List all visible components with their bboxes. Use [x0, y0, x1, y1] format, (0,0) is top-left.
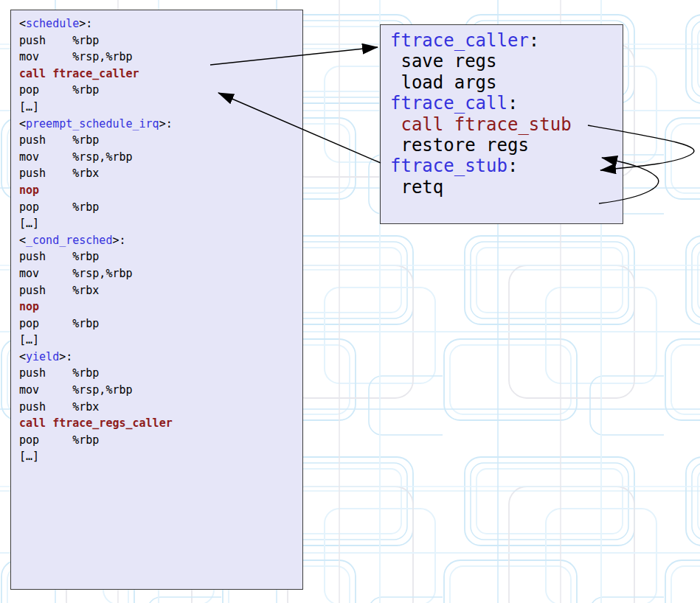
code-line: push %rbp [19, 248, 302, 265]
code-label: _cond_resched [26, 234, 112, 247]
code-label: ftrace_caller [390, 30, 529, 51]
trampoline-code: ftrace_caller: save regs load argsftrace… [390, 30, 623, 198]
code-text: pop %rbp [19, 83, 99, 97]
code-line: pop %rbp [19, 316, 302, 332]
disassembly-box: <schedule>:push %rbpmov %rsp,%rbpcall ft… [10, 10, 303, 590]
code-line: push %rbp [19, 132, 302, 149]
code-text: : [529, 30, 539, 51]
code-line: <_cond_resched>: [19, 232, 302, 249]
code-line: retq [390, 177, 623, 198]
code-text: pop %rbp [19, 317, 99, 330]
code-text: mov %rsp,%rbp [19, 383, 133, 397]
code-highlight: call ftrace_regs_caller [19, 416, 173, 430]
code-label: preempt_schedule_irq [26, 117, 159, 130]
code-line: <schedule>: [19, 15, 302, 32]
code-text: : [507, 93, 518, 114]
code-label: ftrace_stub [390, 156, 507, 176]
code-line: nop [19, 299, 302, 316]
code-line: […] [19, 215, 302, 232]
code-text: >: [79, 17, 92, 30]
code-text: […] [19, 217, 39, 230]
code-line: push %rbx [19, 399, 302, 416]
code-highlight: nop [19, 300, 39, 313]
code-text: push %rbp [19, 250, 99, 263]
code-line: pop %rbp [19, 82, 302, 99]
code-line: mov %rsp,%rbp [19, 382, 302, 399]
code-line: call ftrace_caller [19, 66, 302, 83]
code-line: push %rbp [19, 32, 302, 49]
code-line: ftrace_call: [390, 93, 623, 114]
code-line: push %rbx [19, 282, 302, 299]
code-text: push %rbp [19, 34, 99, 47]
code-line: save regs [390, 51, 623, 72]
code-text: pop %rbp [19, 201, 99, 214]
code-text: >: [59, 350, 72, 363]
code-line: call ftrace_stub [390, 114, 623, 135]
code-line: ftrace_stub: [390, 156, 623, 176]
code-text: […] [19, 100, 39, 114]
code-line: ftrace_caller: [390, 30, 623, 51]
code-text: save regs [390, 51, 497, 72]
code-line: <preempt_schedule_irq>: [19, 116, 302, 133]
code-line: <yield>: [19, 349, 302, 366]
code-text: […] [19, 333, 39, 346]
code-text: >: [112, 234, 125, 247]
code-line: push %rbp [19, 365, 302, 382]
code-line: […] [19, 332, 302, 349]
code-line: mov %rsp,%rbp [19, 149, 302, 166]
code-text: load args [390, 72, 497, 93]
code-text: […] [19, 450, 39, 463]
code-highlight: call ftrace_stub [390, 114, 572, 135]
code-line: […] [19, 99, 302, 116]
code-text: >: [159, 117, 173, 130]
code-text: : [507, 156, 518, 176]
code-text: mov %rsp,%rbp [19, 50, 133, 63]
code-text: < [19, 17, 26, 30]
code-text: < [19, 234, 26, 247]
code-text: retq [390, 177, 443, 198]
code-line: restore regs [390, 135, 623, 156]
code-text: mov %rsp,%rbp [19, 267, 133, 280]
ftrace-trampoline-box: ftrace_caller: save regs load argsftrace… [380, 24, 623, 224]
code-text: push %rbx [19, 167, 99, 180]
code-line: load args [390, 72, 623, 93]
code-text: mov %rsp,%rbp [19, 150, 133, 164]
code-text: < [19, 350, 26, 363]
code-text: push %rbx [19, 400, 99, 414]
code-line: […] [19, 448, 302, 465]
code-highlight: call ftrace_caller [19, 67, 139, 80]
code-label: yield [26, 350, 59, 363]
code-text: push %rbx [19, 284, 99, 297]
code-line: mov %rsp,%rbp [19, 49, 302, 66]
code-label: ftrace_call [390, 93, 507, 114]
code-line: mov %rsp,%rbp [19, 265, 302, 282]
code-label: schedule [26, 17, 79, 30]
code-line: nop [19, 182, 302, 199]
code-text: push %rbp [19, 366, 99, 380]
code-line: call ftrace_regs_caller [19, 415, 302, 432]
code-text: push %rbp [19, 133, 99, 147]
code-line: pop %rbp [19, 199, 302, 216]
code-highlight: nop [19, 184, 39, 197]
code-text: pop %rbp [19, 433, 99, 447]
code-line: push %rbx [19, 165, 302, 182]
code-text: < [19, 117, 26, 130]
code-line: pop %rbp [19, 432, 302, 449]
disassembly-code: <schedule>:push %rbpmov %rsp,%rbpcall ft… [19, 15, 302, 465]
code-text: restore regs [390, 135, 529, 156]
